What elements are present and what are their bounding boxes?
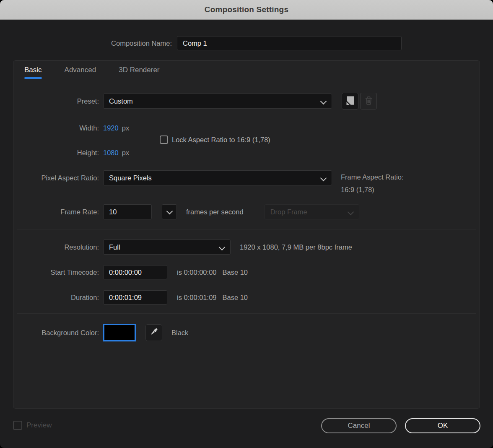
start-timecode-info: is 0:00:00:00 xyxy=(177,268,217,276)
width-row: Width: 1920 px xyxy=(13,122,129,133)
frame-rate-value: 10 xyxy=(109,208,117,216)
preset-row: Preset: Custom xyxy=(13,94,332,109)
eyedropper-button[interactable] xyxy=(145,324,162,341)
save-preset-icon xyxy=(345,95,356,108)
duration-row: Duration: 0:00:01:09 is 0:00:01:09 Base … xyxy=(13,290,248,305)
frame-rate-preset-button[interactable] xyxy=(162,204,177,219)
frame-rate-input[interactable]: 10 xyxy=(103,204,152,219)
width-unit: px xyxy=(122,124,129,132)
chevron-down-icon xyxy=(320,175,327,182)
lock-aspect-ratio[interactable]: Lock Aspect Ratio to 16:9 (1,78) xyxy=(160,135,270,145)
composition-name-label: Composition Name: xyxy=(111,39,172,47)
resolution-dropdown[interactable]: Full xyxy=(103,240,231,255)
start-timecode-value: 0:00:00:00 xyxy=(109,268,142,276)
duration-label: Duration: xyxy=(13,294,99,302)
start-timecode-label: Start Timecode: xyxy=(13,268,99,276)
section-divider xyxy=(17,313,476,314)
dialog-titlebar: Composition Settings xyxy=(0,0,493,20)
height-value[interactable]: 1080 xyxy=(103,149,119,157)
background-color-swatch[interactable] xyxy=(103,324,136,341)
composition-name-input[interactable]: Comp 1 xyxy=(177,36,402,50)
dialog-body: Composition Name: Comp 1 Basic Advanced … xyxy=(0,20,493,448)
frame-rate-suffix: frames per second xyxy=(186,208,244,216)
start-timecode-row: Start Timecode: 0:00:00:00 is 0:00:00:00… xyxy=(13,265,248,279)
section-divider xyxy=(17,229,476,229)
frame-aspect-ratio-label: Frame Aspect Ratio: xyxy=(341,171,403,183)
lock-aspect-label: Lock Aspect Ratio to 16:9 (1,78) xyxy=(172,136,270,144)
eyedropper-icon xyxy=(149,327,159,339)
lock-aspect-checkbox[interactable] xyxy=(160,135,168,144)
chevron-down-icon xyxy=(166,208,173,214)
pixel-aspect-ratio-row: Pixel Aspect Ratio: Square Pixels xyxy=(13,170,332,185)
resolution-value: Full xyxy=(109,243,120,251)
background-color-label: Background Color: xyxy=(13,329,99,337)
drop-frame-value: Drop Frame xyxy=(270,208,307,216)
start-timecode-input[interactable]: 0:00:00:00 xyxy=(103,265,167,279)
preview-checkbox[interactable] xyxy=(13,421,22,430)
frame-rate-label: Frame Rate: xyxy=(13,208,99,216)
trash-icon xyxy=(363,95,374,107)
preview-toggle[interactable]: Preview xyxy=(13,421,52,430)
preset-value: Custom xyxy=(109,97,133,105)
frame-aspect-ratio-value: 16:9 (1,78) xyxy=(341,183,403,196)
tab-bar: Basic Advanced 3D Renderer xyxy=(24,66,160,79)
height-unit: px xyxy=(122,149,129,157)
width-label: Width: xyxy=(13,124,99,132)
chevron-down-icon xyxy=(347,209,354,216)
width-value[interactable]: 1920 xyxy=(103,124,119,132)
chevron-down-icon xyxy=(219,244,226,251)
tab-advanced[interactable]: Advanced xyxy=(65,66,96,79)
settings-panel: Basic Advanced 3D Renderer Preset: Custo… xyxy=(13,60,480,409)
cancel-button[interactable]: Cancel xyxy=(321,418,397,433)
preset-label: Preset: xyxy=(13,97,99,105)
delete-preset-button[interactable] xyxy=(360,93,377,109)
preset-dropdown[interactable]: Custom xyxy=(103,94,332,109)
duration-value: 0:00:01:09 xyxy=(109,294,142,302)
composition-settings-dialog: Composition Settings Composition Name: C… xyxy=(0,0,493,448)
composition-name-row: Composition Name: Comp 1 xyxy=(0,36,493,50)
duration-info: is 0:00:01:09 xyxy=(177,294,217,302)
background-color-name: Black xyxy=(171,329,188,337)
pixel-aspect-ratio-value: Square Pixels xyxy=(109,174,152,182)
height-label: Height: xyxy=(13,149,99,157)
frame-aspect-ratio: Frame Aspect Ratio: 16:9 (1,78) xyxy=(341,171,403,196)
chevron-down-icon xyxy=(320,98,327,105)
preview-label: Preview xyxy=(26,421,52,430)
dialog-title: Composition Settings xyxy=(205,5,288,14)
background-color-row: Background Color: Black xyxy=(13,324,188,341)
pixel-aspect-ratio-label: Pixel Aspect Ratio: xyxy=(13,174,99,182)
composition-name-value: Comp 1 xyxy=(183,39,207,47)
tab-basic[interactable]: Basic xyxy=(24,66,42,79)
start-timecode-base: Base 10 xyxy=(223,268,248,276)
resolution-label: Resolution: xyxy=(13,243,99,251)
pixel-aspect-ratio-dropdown[interactable]: Square Pixels xyxy=(103,170,332,185)
duration-input[interactable]: 0:00:01:09 xyxy=(103,290,167,305)
save-preset-button[interactable] xyxy=(342,93,358,109)
drop-frame-dropdown: Drop Frame xyxy=(265,204,359,219)
ok-button[interactable]: OK xyxy=(405,418,480,433)
frame-rate-row: Frame Rate: 10 frames per second Drop Fr… xyxy=(13,204,359,219)
resolution-info: 1920 x 1080, 7,9 MB per 8bpc frame xyxy=(240,243,352,251)
duration-base: Base 10 xyxy=(223,294,248,302)
resolution-row: Resolution: Full 1920 x 1080, 7,9 MB per… xyxy=(13,240,352,255)
height-row: Height: 1080 px xyxy=(13,147,129,158)
tab-3d-renderer[interactable]: 3D Renderer xyxy=(119,66,159,79)
